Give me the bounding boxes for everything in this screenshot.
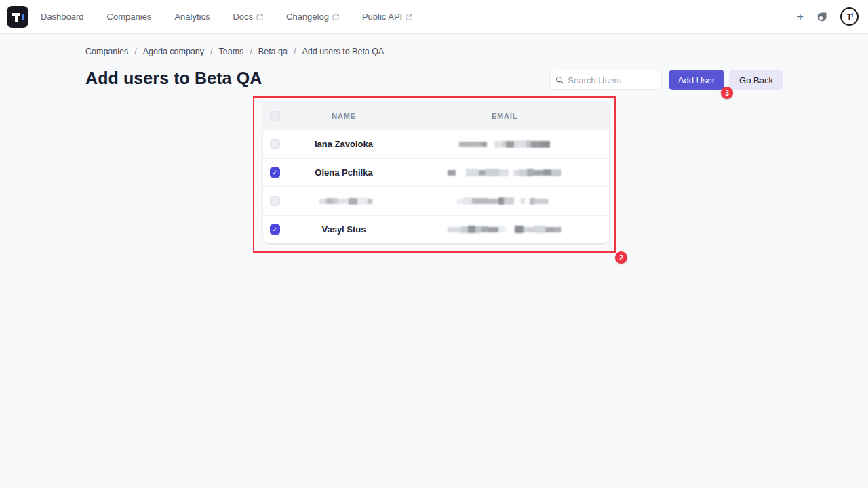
nav-item-companies[interactable]: Companies xyxy=(107,12,152,22)
row-name-cell: Vasyl Stus xyxy=(288,224,400,235)
annotation-badge-3: 3 xyxy=(721,87,733,99)
nav-item-label: Changelog xyxy=(286,12,329,22)
row-name-cell xyxy=(288,197,400,205)
table-row: ✓Olena Pchilka xyxy=(263,158,609,186)
breadcrumb-item-add-users-to-beta-qa: Add users to Beta QA xyxy=(302,47,384,56)
search-icon xyxy=(555,75,564,85)
row-checkbox[interactable] xyxy=(270,196,280,206)
table-row: ✓Vasyl Stus xyxy=(263,215,609,243)
table-body: Iana Zavoloka✓Olena Pchilka✓Vasyl Stus xyxy=(263,129,609,243)
plus-icon[interactable]: + xyxy=(797,11,804,22)
user-name: Olena Pchilka xyxy=(315,167,372,178)
email-redacted xyxy=(448,169,561,177)
user-name: Iana Zavoloka xyxy=(315,139,373,149)
nav-item-label: Docs xyxy=(233,12,253,22)
nav-item-label: Analytics xyxy=(174,12,210,22)
external-link-icon xyxy=(406,14,412,20)
row-checkbox-cell: ✓ xyxy=(263,224,288,235)
external-link-icon xyxy=(332,14,339,20)
nav-item-changelog[interactable]: Changelog xyxy=(286,12,339,22)
breadcrumb-item-beta-qa[interactable]: Beta qa xyxy=(258,47,288,56)
top-navbar: DashboardCompaniesAnalyticsDocsChangelog… xyxy=(0,0,868,34)
breadcrumb-separator: / xyxy=(294,47,296,56)
breadcrumb: Companies/Agoda company/Teams/Beta qa/Ad… xyxy=(85,47,384,56)
row-email-cell xyxy=(400,197,609,205)
row-checkbox[interactable]: ✓ xyxy=(270,167,280,178)
table-header-row: Name Email xyxy=(263,102,609,129)
row-email-cell xyxy=(400,169,609,177)
header-checkbox-cell xyxy=(263,111,288,121)
breadcrumb-item-agoda-company[interactable]: Agoda company xyxy=(143,47,204,56)
breadcrumb-item-companies[interactable]: Companies xyxy=(85,47,128,56)
header-email-cell: Email xyxy=(400,112,609,120)
table-row: Iana Zavoloka xyxy=(263,129,609,158)
row-checkbox-cell xyxy=(263,139,288,149)
breadcrumb-item-teams[interactable]: Teams xyxy=(219,47,244,56)
breadcrumb-separator: / xyxy=(134,47,136,56)
nav-item-docs[interactable]: Docs xyxy=(233,12,263,22)
nav-item-public-api[interactable]: Public API xyxy=(362,12,412,22)
nav-item-label: Public API xyxy=(362,12,402,22)
nav-item-label: Dashboard xyxy=(41,12,84,22)
email-redacted xyxy=(457,197,552,205)
header-name-cell: Name xyxy=(288,112,400,120)
nav-items: DashboardCompaniesAnalyticsDocsChangelog… xyxy=(41,12,412,22)
row-checkbox[interactable]: ✓ xyxy=(270,224,280,235)
nav-item-dashboard[interactable]: Dashboard xyxy=(41,12,84,22)
add-user-button[interactable]: Add User xyxy=(669,70,724,90)
page-title: Add users to Beta QA xyxy=(85,68,262,88)
select-all-checkbox[interactable] xyxy=(270,111,280,121)
row-checkbox-cell xyxy=(263,196,288,206)
row-checkbox[interactable] xyxy=(270,139,280,149)
avatar-blue-tick xyxy=(852,13,853,17)
row-checkbox-cell: ✓ xyxy=(263,167,288,178)
go-back-button[interactable]: Go Back xyxy=(729,70,783,90)
breadcrumb-separator: / xyxy=(210,47,212,56)
row-email-cell xyxy=(400,226,609,234)
search-users-input[interactable] xyxy=(568,75,656,85)
nav-right: + T xyxy=(797,7,859,26)
nav-item-analytics[interactable]: Analytics xyxy=(174,12,210,22)
row-name-cell: Olena Pchilka xyxy=(288,167,400,178)
breadcrumb-separator: / xyxy=(250,47,252,56)
column-header-email: Email xyxy=(492,112,517,120)
user-avatar[interactable]: T xyxy=(840,7,859,26)
search-users-box xyxy=(549,70,662,90)
logo-blue-tick xyxy=(22,14,24,20)
users-table: Name Email Iana Zavoloka✓Olena Pchilka✓V… xyxy=(263,102,609,243)
app-logo[interactable] xyxy=(7,6,28,28)
column-header-name: Name xyxy=(332,112,356,120)
annotation-badge-2: 2 xyxy=(615,251,627,264)
name-redacted xyxy=(313,197,375,205)
row-email-cell xyxy=(400,140,609,148)
external-link-icon xyxy=(256,14,263,20)
email-redacted xyxy=(448,226,561,234)
table-row xyxy=(263,186,609,215)
row-name-cell: Iana Zavoloka xyxy=(288,139,400,149)
logo-t-stem xyxy=(15,13,18,22)
user-name: Vasyl Stus xyxy=(321,224,366,235)
email-redacted xyxy=(459,140,550,148)
nav-item-label: Companies xyxy=(107,12,152,22)
feedback-icon[interactable] xyxy=(816,11,828,23)
